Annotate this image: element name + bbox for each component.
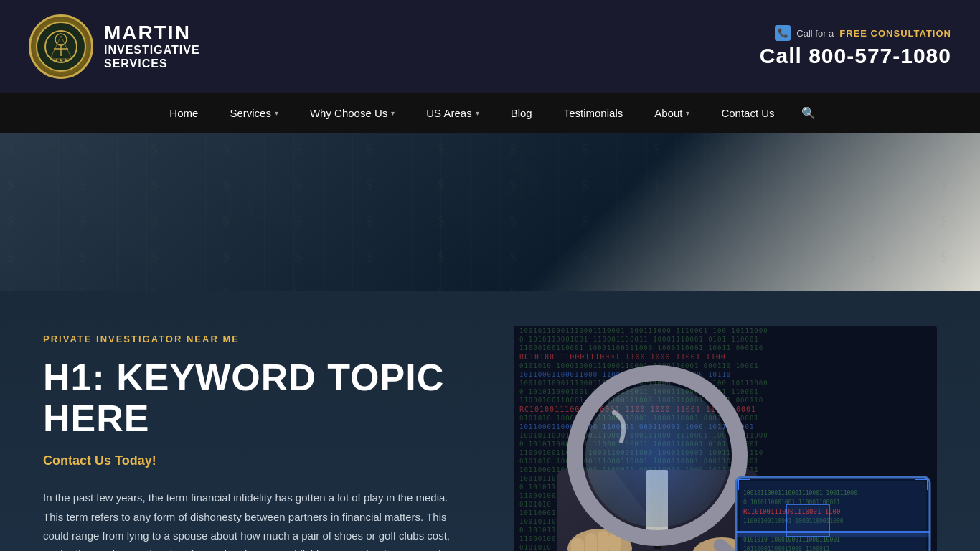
phone-number[interactable]: Call 800-577-1080: [760, 44, 951, 68]
logo-icon: ★ ★ ★: [36, 22, 86, 72]
nav-contact-us[interactable]: Contact Us: [705, 93, 790, 133]
logo-badge: ★ ★ ★: [29, 14, 93, 79]
cta-top-row: 📞 Call for a FREE CONSULTATION: [760, 25, 951, 41]
svg-rect-31: [736, 531, 930, 537]
site-header: ★ ★ ★ MARTIN INVESTIGATIVE SERVICES 📞 Ca…: [0, 0, 980, 93]
nav-home[interactable]: Home: [154, 93, 214, 133]
hero-scene-svg: 10010110001110001110001 100111000 0 1010…: [514, 326, 937, 551]
nav-about[interactable]: About ▾: [639, 93, 705, 133]
hero-image: 10010110001110001110001 100111000 111000…: [514, 326, 937, 551]
svg-rect-20: [571, 538, 584, 551]
contact-us-today-link[interactable]: Contact Us Today!: [43, 453, 471, 468]
logo-area: ★ ★ ★ MARTIN INVESTIGATIVE SERVICES: [29, 14, 200, 79]
main-heading: H1: KEYWORD TOPIC HERE: [43, 357, 471, 439]
content-left: PRIVATE INVESTIGATOR NEAR ME H1: KEYWORD…: [43, 326, 471, 551]
logo-investigative: INVESTIGATIVE: [104, 43, 200, 57]
body-text: In the past few years, the term financia…: [43, 489, 471, 551]
logo-text: MARTIN INVESTIGATIVE SERVICES: [104, 23, 200, 70]
main-nav: Home Services ▾ Why Choose Us ▾ US Areas…: [0, 93, 980, 133]
hero-bg-svg: $ 100 $ 50 $: [0, 133, 980, 291]
logo-martin: MARTIN: [104, 23, 200, 43]
nav-blog[interactable]: Blog: [495, 93, 548, 133]
header-cta: 📞 Call for a FREE CONSULTATION Call 800-…: [760, 25, 951, 68]
main-content: PRIVATE INVESTIGATOR NEAR ME H1: KEYWORD…: [0, 291, 980, 551]
svg-text:0101010 10001000111000110001: 0101010 10001000111000110001: [743, 537, 840, 543]
chevron-down-icon: ▾: [391, 109, 395, 117]
svg-text:10010110001110001110001 100111: 10010110001110001110001 100111000: [743, 490, 857, 496]
chevron-down-icon: ▾: [686, 109, 689, 117]
logo-services: SERVICES: [104, 57, 200, 70]
svg-rect-43: [788, 506, 828, 535]
nav-services[interactable]: Services ▾: [214, 93, 294, 133]
nav-search-button[interactable]: 🔍: [791, 93, 826, 133]
eyebrow-label: PRIVATE INVESTIGATOR NEAR ME: [43, 334, 471, 344]
chevron-down-icon: ▾: [476, 109, 479, 117]
search-icon: 🔍: [801, 106, 816, 120]
hero-background: $ 100 $ 50 $: [0, 133, 980, 291]
svg-point-27: [585, 384, 729, 527]
svg-text:10110001100011000 1100011: 10110001100011000 1100011: [743, 546, 830, 551]
nav-us-areas[interactable]: US Areas ▾: [410, 93, 494, 133]
content-right: 10010110001110001110001 100111000 111000…: [514, 326, 937, 551]
nav-testimonials[interactable]: Testimonials: [548, 93, 639, 133]
svg-rect-21: [585, 533, 597, 551]
chevron-down-icon: ▾: [275, 109, 278, 117]
nav-why-choose-us[interactable]: Why Choose Us ▾: [294, 93, 410, 133]
phone-icon: 📞: [775, 25, 791, 41]
cta-highlight: FREE CONSULTATION: [839, 28, 951, 39]
svg-rect-11: [0, 133, 980, 291]
svg-rect-22: [598, 531, 609, 551]
cta-prefix: Call for a: [796, 28, 834, 39]
